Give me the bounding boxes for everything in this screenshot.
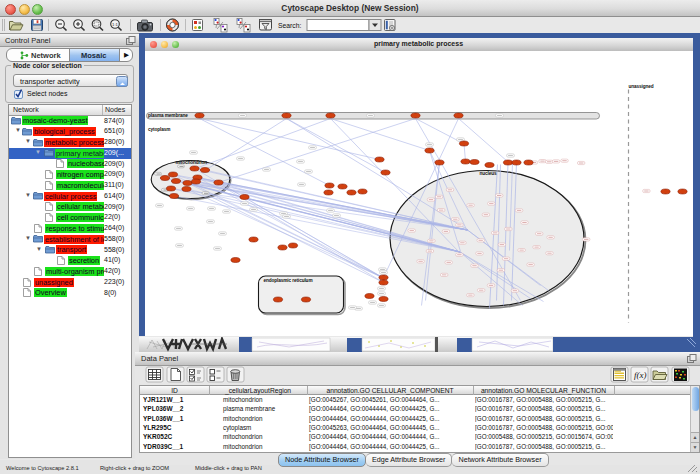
svg-text:1:1: 1:1 xyxy=(112,22,118,27)
svg-text:cytoplasm: cytoplasm xyxy=(148,127,170,132)
svg-text:unassigned: unassigned xyxy=(628,84,653,89)
svg-text:endoplasmic reticulum: endoplasmic reticulum xyxy=(263,278,312,283)
svg-text:mitochondrion: mitochondrion xyxy=(175,160,207,165)
svg-text:nucleus: nucleus xyxy=(479,171,497,176)
svg-text:Search:: Search: xyxy=(278,22,302,29)
svg-text:f(x): f(x) xyxy=(634,370,647,380)
svg-text:plasma membrane: plasma membrane xyxy=(148,113,188,118)
